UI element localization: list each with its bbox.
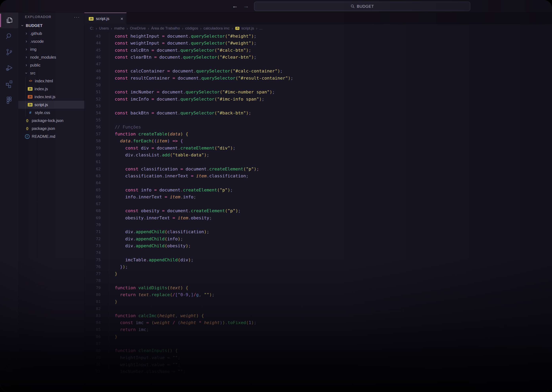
code-line[interactable]: 67 [84, 200, 552, 207]
code-line[interactable]: 48const calcContainer = document.querySe… [84, 68, 552, 74]
search-sidebar-icon[interactable] [0, 28, 18, 44]
line-text: const backBtn = document.querySelector("… [109, 110, 251, 116]
code-line[interactable]: 63 classification.innerText = item.class… [84, 172, 552, 179]
close-icon[interactable]: × [121, 16, 123, 21]
run-debug-icon[interactable] [0, 60, 18, 76]
tree-item-node-modules[interactable]: ›node_modules [18, 53, 84, 61]
code-line[interactable]: 62 const classification = document.creat… [84, 166, 552, 172]
grid-extension-icon[interactable] [0, 92, 18, 107]
back-icon[interactable]: ← [231, 2, 238, 10]
extensions-icon[interactable] [0, 76, 18, 92]
code-line[interactable]: 79function validDigits(text) { [84, 284, 552, 291]
code-line[interactable]: 49const resultContainer = document.query… [84, 75, 552, 82]
code-line[interactable]: 47 [84, 61, 552, 68]
code-line[interactable]: 64 [84, 179, 552, 186]
code-line[interactable]: 46const clearBtn = document.querySelecto… [84, 54, 552, 61]
code-line[interactable]: 71 div.appendChild(classification); [84, 228, 552, 235]
workspace-root[interactable]: › BUDGET [18, 21, 84, 29]
code-line[interactable]: 43const heightInput = document.querySele… [84, 33, 552, 40]
breadcrumb-item[interactable]: Users [99, 26, 109, 30]
tree-item-package-json[interactable]: {}package.json [18, 125, 84, 133]
code-line[interactable]: 69 obesity.innerText = item.obesity; [84, 214, 552, 221]
code-line[interactable]: 68 const obesity = document.createElemen… [84, 207, 552, 214]
line-number: 51 [84, 89, 109, 95]
line-number: 57 [84, 131, 109, 137]
html-file-icon: <> [28, 79, 33, 83]
tree-item--vscode[interactable]: ›.vscode [18, 37, 84, 45]
code-line[interactable]: 72 div.appendChild(info); [84, 235, 552, 242]
forward-icon[interactable]: → [243, 2, 250, 10]
tree-item-public[interactable]: ›public [18, 61, 84, 69]
code-line[interactable]: 74 [84, 249, 552, 256]
tree-item-index-html[interactable]: <>index.html [18, 77, 84, 85]
code-line[interactable]: 44const weightInput = document.querySele… [84, 40, 552, 47]
code-line[interactable]: 45const calcBtn = document.querySelector… [84, 47, 552, 54]
code-line[interactable]: 86} [84, 333, 552, 340]
code-line[interactable]: 73 div.appendChild(obesity); [84, 242, 552, 249]
code-line[interactable]: 84 const imc = (weight / (height * heigh… [84, 319, 552, 326]
code-line[interactable]: 88function cleanInputs() { [84, 347, 552, 354]
line-number: 68 [84, 207, 109, 214]
code-line[interactable]: 57function createTable(data) { [84, 131, 552, 137]
breadcrumb-item[interactable]: calculadora imc [203, 26, 230, 30]
line-number: 46 [84, 54, 109, 61]
explorer-icon[interactable] [0, 13, 18, 28]
code-line[interactable]: 60 div.classList.add("table-data"); [84, 151, 552, 158]
code-line[interactable]: 85 return imc; [84, 326, 552, 333]
tree-item--github[interactable]: ›.github [18, 29, 84, 37]
code-line[interactable]: 89 heightInput.value = ""; [84, 354, 552, 361]
jstest-file-icon: JS [28, 95, 33, 98]
account-icon[interactable] [0, 361, 18, 377]
breadcrumb-item[interactable]: JSscript.js [235, 26, 254, 30]
breadcrumb-separator-icon: › [200, 26, 201, 31]
code-editor[interactable]: 43const heightInput = document.querySele… [84, 32, 552, 392]
code-line[interactable]: 54const backBtn = document.querySelector… [84, 110, 552, 116]
code-line[interactable]: 83function calcImc(height, weight) { [84, 312, 552, 319]
tree-item-script-js[interactable]: JSscript.js [18, 101, 84, 109]
code-line[interactable]: 77} [84, 270, 552, 277]
breadcrumb-item[interactable]: mathe [114, 26, 125, 30]
breadcrumb-item[interactable]: OneDrive [130, 26, 146, 30]
search-icon [351, 4, 355, 8]
command-center-search[interactable]: BUDGET [254, 2, 470, 11]
tab-script-js[interactable]: JS script.js × [84, 13, 126, 24]
code-line[interactable]: 78 [84, 277, 552, 284]
tree-item-package-lock-json[interactable]: {}package-lock.json [18, 117, 84, 125]
code-line[interactable]: 82 [84, 305, 552, 312]
breadcrumb-item[interactable]: ... [259, 26, 263, 30]
breadcrumb-item[interactable]: Área de Trabalho [151, 26, 180, 30]
code-line[interactable]: 80 return text.replace(/[^0-9,]/g, ""); [84, 291, 552, 298]
code-line[interactable]: 51const imcNumber = document.querySelect… [84, 89, 552, 95]
code-line[interactable]: 52const imcInfo = document.querySelector… [84, 96, 552, 103]
line-number: 80 [84, 291, 109, 298]
code-line[interactable]: 61 [84, 158, 552, 165]
code-line[interactable]: 53 [84, 103, 552, 110]
code-line[interactable]: 90 weightInput.value = ""; [84, 361, 552, 368]
code-line[interactable]: 76 }); [84, 263, 552, 270]
line-text [109, 61, 115, 68]
code-line[interactable]: 91 imcNumber.className = ""; [84, 368, 552, 375]
code-line[interactable]: 70 [84, 221, 552, 228]
code-line[interactable]: 56// Funções [84, 124, 552, 131]
code-line[interactable]: 50 [84, 82, 552, 89]
code-line[interactable]: 87 [84, 340, 552, 347]
tree-item-readme-md[interactable]: iREADME.md [18, 133, 84, 140]
tree-item-img[interactable]: ›img [18, 45, 84, 53]
code-line[interactable]: 81} [84, 298, 552, 305]
code-line[interactable]: 65 const info = document.createElement("… [84, 187, 552, 193]
breadcrumb-item[interactable]: C: [90, 26, 94, 30]
tree-item-src[interactable]: ›src [18, 69, 84, 77]
sidebar-actions-icon[interactable]: ··· [74, 16, 80, 18]
code-line[interactable]: 59 const div = document.createElement("d… [84, 145, 552, 151]
tree-item-index-test-js[interactable]: JSindex.test.js [18, 93, 84, 101]
breadcrumb-item[interactable]: códigos [185, 26, 198, 30]
breadcrumb-separator-icon: › [148, 26, 149, 31]
code-line[interactable]: 55 [84, 117, 552, 124]
code-line[interactable]: 75 imcTable.appendChild(div); [84, 256, 552, 263]
tree-item-style-css[interactable]: #style.css [18, 109, 84, 117]
line-number: 58 [84, 137, 109, 144]
code-line[interactable]: 66 info.innerText = item.info; [84, 193, 552, 200]
source-control-icon[interactable] [0, 44, 18, 60]
code-line[interactable]: 58 data.forEach((item) => { [84, 137, 552, 144]
tree-item-index-js[interactable]: JSindex.js [18, 85, 84, 93]
